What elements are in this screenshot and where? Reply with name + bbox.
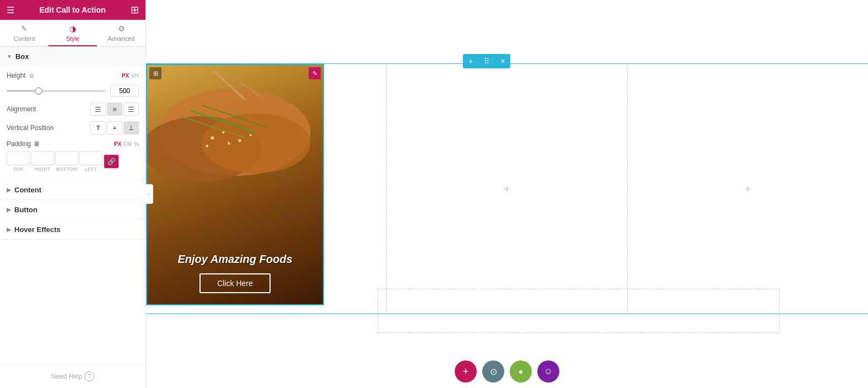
vertical-position-label: Vertical Position (7, 124, 90, 132)
pencil-icon: ✎ (21, 24, 28, 33)
left-panel: ☰ Edit Call to Action ⊞ ✎ Content ◑ Styl… (0, 0, 146, 388)
col2-add-icon[interactable]: + (504, 182, 511, 196)
svg-point-2 (202, 114, 311, 174)
alignment-row: Alignment ☰ ≡ ☰ (7, 103, 139, 116)
padding-top-input[interactable] (7, 151, 30, 165)
card-edit-icon[interactable]: ✎ (309, 67, 321, 79)
padding-right-input[interactable] (31, 151, 54, 165)
button-collapse-arrow: ▶ (7, 207, 11, 213)
unit-vh[interactable]: VH (131, 73, 139, 79)
unit-px[interactable]: PX (122, 73, 129, 79)
svg-point-7 (228, 142, 230, 145)
panel-header: ☰ Edit Call to Action ⊞ (0, 0, 145, 20)
help-fab[interactable]: ☺ (537, 360, 559, 382)
food-cta-btn[interactable]: Click Here (200, 273, 271, 293)
padding-unit-px[interactable]: PX (114, 141, 121, 147)
padding-bottom-label: BOTTOM (56, 166, 77, 172)
content-section: ▶ Content (0, 180, 145, 200)
grid-icon[interactable]: ⊞ (131, 4, 139, 16)
padding-top-label: TOP (13, 166, 23, 172)
monitor-icon: 🖥 (28, 72, 34, 79)
padding-row: Padding 🖥 PX EM % (7, 140, 139, 148)
add-fab[interactable]: + (455, 360, 477, 382)
height-input[interactable] (110, 85, 139, 97)
need-help: Need Help ? (0, 364, 145, 388)
padding-inputs: TOP RIGHT BOTTOM LEFT 🔗 (7, 151, 139, 172)
alignment-btn-group: ☰ ≡ ☰ (90, 103, 139, 116)
tab-advanced-label: Advanced (108, 35, 135, 42)
settings-fab[interactable]: ● (510, 360, 532, 382)
hover-effects-section-header[interactable]: ▶ Hover Effects (0, 220, 145, 239)
food-card-bg: Enjoy Amazing Foods Click Here (147, 65, 323, 304)
padding-left-wrap: LEFT (79, 151, 103, 172)
padding-right-label: RIGHT (35, 166, 50, 172)
tab-advanced[interactable]: ⚙ Advanced (97, 20, 145, 46)
vert-top-btn[interactable]: T (90, 121, 106, 134)
canvas-col-2[interactable]: + (387, 64, 628, 314)
height-row: Height 🖥 PX VH (7, 72, 139, 79)
button-section: ▶ Button (0, 200, 145, 220)
vertical-position-row: Vertical Position T + ⊥ (7, 121, 139, 134)
svg-point-9 (238, 139, 241, 142)
padding-bottom-input[interactable] (55, 151, 78, 165)
canvas-area: + ⠿ × (146, 0, 868, 388)
collapse-sidebar-btn[interactable]: ‹ (144, 184, 153, 204)
tab-style-label: Style (66, 35, 79, 42)
alignment-label: Alignment (7, 105, 90, 113)
tab-style[interactable]: ◑ Style (48, 20, 97, 46)
svg-point-8 (222, 131, 224, 133)
padding-label: Padding 🖥 (7, 140, 114, 148)
height-slider-row (7, 85, 139, 97)
help-icon[interactable]: ? (84, 371, 94, 381)
content-section-label: Content (14, 186, 41, 194)
height-slider-track[interactable] (7, 90, 106, 92)
padding-units: PX EM % (114, 141, 139, 147)
col3-add-icon[interactable]: + (745, 182, 752, 196)
canvas-row: Enjoy Amazing Foods Click Here ✎ ⊞ + + (146, 63, 868, 314)
food-card: Enjoy Amazing Foods Click Here ✎ ⊞ (146, 64, 324, 305)
hover-collapse-arrow: ▶ (7, 227, 11, 233)
button-section-header[interactable]: ▶ Button (0, 200, 145, 219)
align-left-btn[interactable]: ☰ (90, 103, 106, 116)
food-title: Enjoy Amazing Foods (177, 253, 292, 266)
box-section: ▼ Box Height 🖥 PX VH (0, 47, 145, 180)
align-right-btn[interactable]: ☰ (123, 103, 139, 116)
padding-right-wrap: RIGHT (31, 151, 54, 172)
padding-unit-em[interactable]: EM (123, 141, 132, 147)
layers-fab[interactable]: ⊙ (482, 360, 504, 382)
content-section-header[interactable]: ▶ Content (0, 180, 145, 200)
gear-icon: ⚙ (118, 24, 125, 33)
padding-top-wrap: TOP (7, 151, 30, 172)
padding-left-input[interactable] (79, 151, 103, 165)
food-text-area: Enjoy Amazing Foods Click Here (147, 247, 323, 304)
vert-middle-btn[interactable]: + (107, 121, 122, 134)
hamburger-icon[interactable]: ☰ (7, 5, 14, 15)
padding-link-btn[interactable]: 🔗 (104, 154, 119, 169)
hover-section-label: Hover Effects (14, 225, 61, 234)
height-slider-thumb[interactable] (35, 87, 42, 95)
need-help-label: Need Help (51, 373, 83, 380)
vert-bottom-btn[interactable]: ⊥ (123, 121, 139, 134)
align-center-btn[interactable]: ≡ (107, 103, 122, 116)
card-drag-icon[interactable]: ⊞ (149, 67, 161, 79)
vertical-position-btn-group: T + ⊥ (90, 121, 139, 134)
style-icon: ◑ (69, 24, 76, 33)
close-widget-btn[interactable]: × (495, 54, 510, 68)
box-collapse-arrow: ▼ (7, 53, 12, 60)
padding-unit-pct[interactable]: % (134, 141, 139, 147)
padding-bottom-wrap: BOTTOM (55, 151, 78, 172)
fab-group: + ⊙ ● ☺ (455, 360, 559, 382)
svg-point-6 (211, 136, 214, 139)
hover-effects-section: ▶ Hover Effects (0, 220, 145, 240)
content-collapse-arrow: ▶ (7, 187, 11, 193)
tab-content[interactable]: ✎ Content (0, 20, 48, 46)
box-section-content: Height 🖥 PX VH (0, 66, 145, 180)
panel-title: Edit Call to Action (39, 6, 105, 14)
panel-content: ▼ Box Height 🖥 PX VH (0, 47, 145, 364)
canvas-col-3[interactable]: + (628, 64, 868, 314)
add-widget-btn[interactable]: + (463, 54, 478, 68)
box-section-header[interactable]: ▼ Box (0, 47, 145, 66)
svg-point-10 (250, 134, 252, 136)
move-widget-btn[interactable]: ⠿ (478, 54, 495, 68)
panel-tabs: ✎ Content ◑ Style ⚙ Advanced (0, 20, 145, 47)
